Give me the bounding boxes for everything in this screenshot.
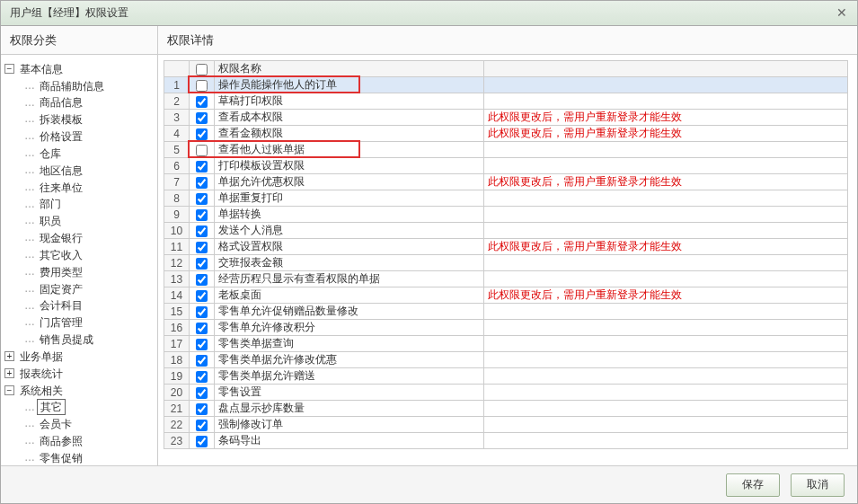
grid-wrap[interactable]: 权限名称 1操作员能操作他人的订单2草稿打印权限3查看成本权限此权限更改后，需用… — [158, 55, 857, 465]
table-row[interactable]: 6打印模板设置权限 — [164, 158, 848, 174]
table-row[interactable]: 21盘点显示抄库数量 — [164, 401, 848, 417]
row-checkbox-cell — [190, 271, 215, 287]
row-checkbox[interactable] — [196, 355, 208, 367]
row-checkbox[interactable] — [196, 274, 208, 286]
table-row[interactable]: 16零售单允许修改积分 — [164, 320, 848, 336]
permission-name: 查看成本权限 — [215, 110, 484, 126]
row-checkbox-cell — [190, 223, 215, 239]
tree-node: −基本信息 — [4, 60, 154, 77]
row-checkbox[interactable] — [196, 177, 208, 189]
tree-leaf-label[interactable]: 其它 — [37, 399, 66, 415]
table-row[interactable]: 13经营历程只显示有查看权限的单据 — [164, 271, 848, 287]
row-checkbox[interactable] — [196, 387, 208, 399]
tree-node: −系统相关 — [4, 382, 154, 399]
col-checkbox[interactable] — [190, 61, 215, 77]
table-row[interactable]: 19零售类单据允许赠送 — [164, 368, 848, 385]
close-icon[interactable]: ✕ — [834, 5, 850, 22]
tree-leaf-label[interactable]: 零售促销 — [37, 451, 85, 465]
tree-leaf-label[interactable]: 销售员提成 — [37, 332, 96, 347]
tree-leaf-label[interactable]: 费用类型 — [37, 265, 85, 279]
row-checkbox-cell — [190, 77, 215, 93]
row-checkbox-cell — [190, 93, 215, 110]
table-row[interactable]: 2草稿打印权限 — [164, 93, 848, 110]
col-name[interactable]: 权限名称 — [215, 61, 484, 77]
table-row[interactable]: 20零售设置 — [164, 385, 848, 401]
row-checkbox[interactable] — [196, 209, 208, 221]
permission-name: 零售单允许促销赠品数量修改 — [215, 304, 484, 320]
row-checkbox[interactable] — [196, 96, 208, 108]
row-checkbox-cell — [190, 239, 215, 255]
tree-leaf-label[interactable]: 拆装模板 — [37, 112, 85, 127]
tree-leaf-label[interactable]: 会员卡 — [37, 417, 75, 431]
expand-icon[interactable]: + — [4, 368, 14, 378]
table-row[interactable]: 22强制修改订单 — [164, 417, 848, 433]
tree-node: +业务单据 — [4, 348, 154, 365]
row-checkbox[interactable] — [196, 323, 208, 334]
row-checkbox[interactable] — [196, 242, 208, 253]
table-row[interactable]: 9单据转换 — [164, 207, 848, 223]
tree-leaf: 零售促销 — [21, 449, 154, 465]
row-checkbox[interactable] — [196, 80, 208, 92]
table-row[interactable]: 15零售单允许促销赠品数量修改 — [164, 304, 848, 320]
tree-node-label[interactable]: 报表统计 — [17, 367, 66, 381]
row-checkbox[interactable] — [196, 306, 208, 318]
tree-leaf-label[interactable]: 价格设置 — [37, 129, 85, 144]
table-row[interactable]: 5查看他人过账单据 — [164, 142, 848, 158]
table-row[interactable]: 3查看成本权限此权限更改后，需用户重新登录才能生效 — [164, 110, 848, 126]
collapse-icon[interactable]: − — [4, 385, 14, 395]
table-row[interactable]: 12交班报表金额 — [164, 255, 848, 271]
row-checkbox[interactable] — [196, 112, 208, 124]
select-all-checkbox[interactable] — [196, 64, 208, 75]
row-checkbox[interactable] — [196, 193, 208, 205]
category-tree[interactable]: −基本信息商品辅助信息商品信息拆装模板价格设置仓库地区信息往来单位部门职员现金银… — [1, 55, 157, 465]
tree-leaf-label[interactable]: 部门 — [37, 197, 64, 211]
tree-leaf-label[interactable]: 商品参照 — [37, 434, 85, 448]
table-row[interactable]: 23条码导出 — [164, 433, 848, 449]
table-row[interactable]: 7单据允许优惠权限此权限更改后，需用户重新登录才能生效 — [164, 174, 848, 190]
table-row[interactable]: 17零售类单据查询 — [164, 336, 848, 352]
row-number: 12 — [164, 255, 190, 271]
tree-leaf-label[interactable]: 地区信息 — [37, 164, 85, 178]
table-row[interactable]: 11格式设置权限此权限更改后，需用户重新登录才能生效 — [164, 239, 848, 255]
row-checkbox[interactable] — [196, 371, 208, 383]
table-row[interactable]: 10发送个人消息 — [164, 223, 848, 239]
tree-leaf-label[interactable]: 会计科目 — [37, 298, 85, 313]
row-checkbox[interactable] — [196, 258, 208, 270]
titlebar: 用户组【经理】权限设置 ✕ — [1, 1, 857, 26]
tree-node-label[interactable]: 系统相关 — [17, 384, 66, 398]
row-checkbox[interactable] — [196, 225, 208, 237]
tree-leaf: 部门 — [21, 196, 154, 213]
collapse-icon[interactable]: − — [4, 64, 14, 74]
table-row[interactable]: 14老板桌面此权限更改后，需用户重新登录才能生效 — [164, 287, 848, 304]
tree-leaf-label[interactable]: 商品信息 — [37, 95, 85, 110]
tree-leaf-label[interactable]: 商品辅助信息 — [37, 79, 107, 93]
table-row[interactable]: 8单据重复打印 — [164, 190, 848, 207]
grid-header-row: 权限名称 — [164, 61, 848, 77]
tree-leaf-label[interactable]: 现金银行 — [37, 231, 85, 245]
tree-leaf-label[interactable]: 其它收入 — [37, 248, 85, 262]
row-checkbox-cell — [190, 126, 215, 142]
row-checkbox[interactable] — [196, 436, 208, 447]
table-row[interactable]: 1操作员能操作他人的订单 — [164, 77, 848, 93]
tree-leaf-label[interactable]: 职员 — [37, 214, 64, 228]
tree-leaf-label[interactable]: 仓库 — [37, 146, 64, 161]
row-checkbox[interactable] — [196, 161, 208, 172]
tree-leaf-label[interactable]: 门店管理 — [37, 315, 85, 330]
row-checkbox[interactable] — [196, 145, 208, 156]
row-checkbox[interactable] — [196, 128, 208, 140]
row-checkbox[interactable] — [196, 339, 208, 350]
row-checkbox-cell — [190, 385, 215, 401]
expand-icon[interactable]: + — [4, 351, 14, 361]
row-checkbox[interactable] — [196, 420, 208, 431]
row-checkbox[interactable] — [196, 403, 208, 415]
tree-node-label[interactable]: 业务单据 — [17, 349, 66, 364]
row-checkbox[interactable] — [196, 290, 208, 302]
permission-note — [484, 385, 848, 401]
table-row[interactable]: 4查看金额权限此权限更改后，需用户重新登录才能生效 — [164, 126, 848, 142]
tree-node-label[interactable]: 基本信息 — [17, 62, 66, 76]
cancel-button[interactable]: 取消 — [791, 473, 845, 497]
tree-leaf-label[interactable]: 往来单位 — [37, 181, 85, 195]
save-button[interactable]: 保存 — [726, 473, 780, 497]
table-row[interactable]: 18零售类单据允许修改优惠 — [164, 352, 848, 368]
tree-leaf-label[interactable]: 固定资产 — [37, 282, 85, 296]
